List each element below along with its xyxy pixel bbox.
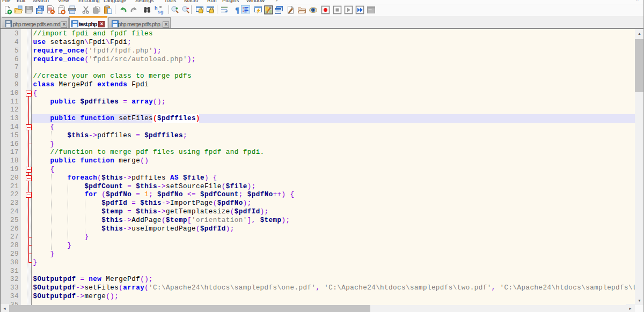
svg-text:h: h — [155, 5, 158, 11]
svg-text:sg: sg — [158, 9, 164, 14]
svg-text:¶: ¶ — [235, 6, 239, 14]
